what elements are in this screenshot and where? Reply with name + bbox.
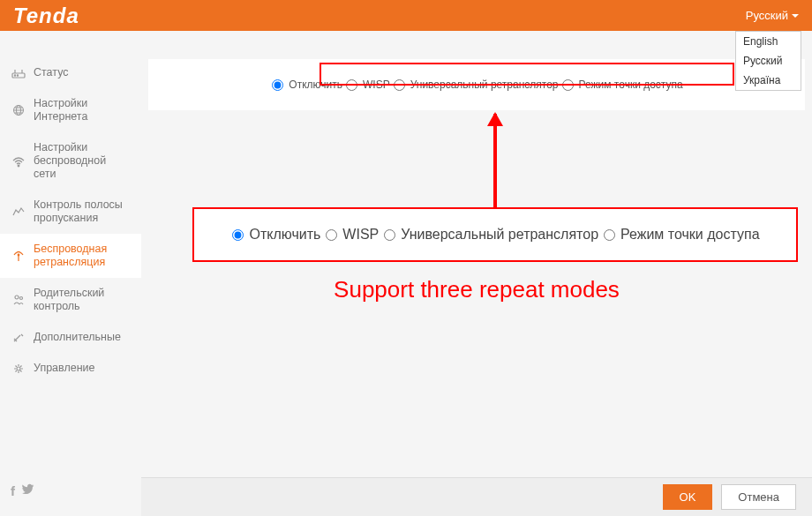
radio-input[interactable]: [604, 229, 615, 241]
wifi-icon: [11, 155, 26, 168]
chevron-down-icon: [792, 14, 799, 18]
bandwidth-icon: [11, 206, 26, 218]
radio-label: WISP: [363, 79, 390, 91]
globe-icon: [11, 104, 26, 116]
mode-option-universal[interactable]: Универсальный ретранслятор: [392, 79, 559, 91]
facebook-icon[interactable]: f: [11, 483, 15, 498]
mode-radio-group: Отключить WISP Универсальный ретранслято…: [175, 79, 778, 91]
sidebar-item-advanced[interactable]: Дополнительные: [0, 322, 141, 353]
sidebar-footer: f: [0, 475, 141, 516]
mode-option-ap[interactable]: Режим точки доступа: [602, 227, 760, 243]
radio-label: WISP: [342, 227, 379, 243]
radio-label: Режим точки доступа: [579, 79, 683, 91]
annotation-text: Support three repeat modes: [148, 276, 805, 303]
mode-radio-group-zoom: Отключить WISP Универсальный ретранслято…: [208, 227, 782, 243]
svg-point-1: [14, 74, 15, 75]
svg-point-9: [17, 367, 20, 370]
mode-card: Отключить WISP Универсальный ретранслято…: [148, 59, 805, 110]
sidebar-item-label: Беспроводная ретрансляция: [34, 243, 131, 269]
mode-option-wisp[interactable]: WISP: [344, 79, 390, 91]
sidebar-item-label: Статус: [34, 66, 69, 79]
language-current: Русский: [746, 9, 788, 22]
radio-input[interactable]: [562, 79, 574, 91]
radio-input[interactable]: [272, 79, 283, 91]
sidebar-item-management[interactable]: Управление: [0, 353, 141, 384]
svg-point-8: [20, 297, 23, 300]
mode-option-universal[interactable]: Универсальный ретранслятор: [382, 227, 598, 243]
radio-label: Универсальный ретранслятор: [410, 79, 559, 91]
sidebar-item-label: Родительский контроль: [34, 287, 131, 313]
main-content: Отключить WISP Универсальный ретранслято…: [141, 31, 812, 516]
gear-icon: [11, 363, 26, 375]
sidebar-item-label: Настройки беспроводной сети: [34, 141, 131, 181]
annotation-zoom-box: Отключить WISP Универсальный ретранслято…: [192, 207, 798, 262]
sidebar-item-wireless[interactable]: Настройки беспроводной сети: [0, 132, 141, 190]
radio-label: Отключить: [289, 79, 342, 91]
antenna-icon: [11, 250, 26, 262]
svg-point-7: [15, 295, 19, 299]
radio-input[interactable]: [394, 79, 405, 91]
logo: Tenda: [13, 4, 79, 28]
parental-icon: [11, 294, 26, 306]
sidebar-item-bandwidth[interactable]: Контроль полосы пропускания: [0, 190, 141, 234]
svg-point-2: [17, 74, 18, 75]
svg-point-6: [18, 254, 19, 256]
radio-label: Режим точки доступа: [620, 227, 760, 243]
language-option[interactable]: Україна: [736, 71, 801, 90]
sidebar-item-label: Настройки Интернета: [34, 97, 131, 123]
radio-label: Отключить: [249, 227, 320, 243]
mode-option-disable[interactable]: Отключить: [230, 227, 320, 243]
sidebar-item-label: Дополнительные: [34, 331, 121, 344]
language-option[interactable]: Русский: [736, 51, 801, 71]
annotation-arrow: [493, 114, 497, 207]
cancel-button[interactable]: Отмена: [721, 484, 796, 510]
mode-option-wisp[interactable]: WISP: [324, 227, 379, 243]
sidebar-item-internet[interactable]: Настройки Интернета: [0, 88, 141, 132]
radio-label: Универсальный ретранслятор: [401, 227, 598, 243]
sidebar-item-status[interactable]: Статус: [0, 57, 141, 88]
radio-input[interactable]: [384, 229, 395, 241]
radio-input[interactable]: [326, 229, 337, 241]
twitter-icon[interactable]: [22, 483, 34, 498]
header-bar: Tenda Русский: [0, 0, 812, 31]
tools-icon: [11, 332, 26, 344]
language-dropdown: English Русский Україна: [735, 31, 801, 91]
router-icon: [11, 67, 26, 79]
mode-option-disable[interactable]: Отключить: [270, 79, 342, 91]
sidebar-item-parental[interactable]: Родительский контроль: [0, 278, 141, 322]
radio-input[interactable]: [232, 229, 244, 241]
sidebar-item-label: Контроль полосы пропускания: [34, 198, 131, 225]
sidebar-item-label: Управление: [34, 362, 95, 375]
sidebar: Статус Настройки Интернета Настройки бес…: [0, 31, 141, 516]
ok-button[interactable]: OK: [663, 484, 713, 510]
sidebar-item-repeater[interactable]: Беспроводная ретрансляция: [0, 234, 141, 278]
mode-option-ap[interactable]: Режим точки доступа: [560, 79, 683, 91]
language-selector[interactable]: Русский: [746, 9, 799, 22]
svg-point-5: [18, 165, 19, 167]
footer-bar: OK Отмена: [141, 477, 812, 516]
language-option[interactable]: English: [736, 32, 801, 51]
radio-input[interactable]: [346, 79, 357, 91]
